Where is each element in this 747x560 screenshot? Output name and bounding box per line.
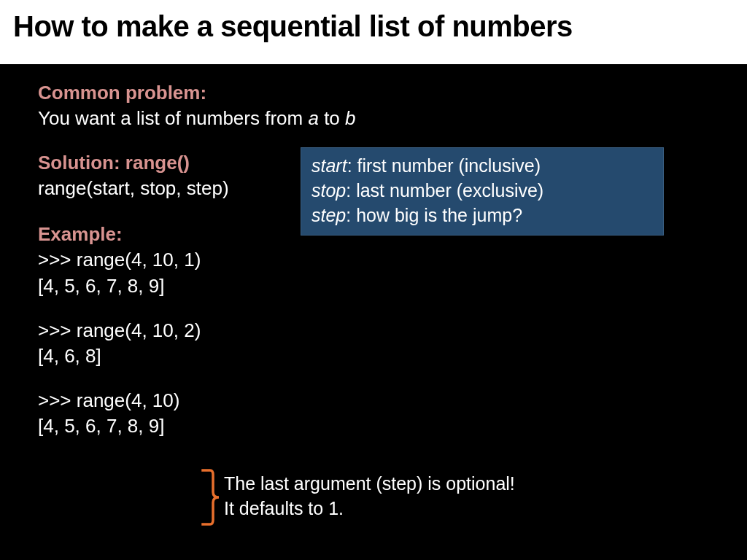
example-1-output: [4, 5, 6, 7, 8, 9]	[38, 273, 747, 299]
callout-step-desc: : how big is the jump?	[346, 205, 522, 225]
example-2-output: [4, 6, 8]	[38, 343, 747, 369]
example-block: Example: >>> range(4, 10, 1) [4, 5, 6, 7…	[38, 222, 747, 439]
params-callout: start: first number (inclusive) stop: la…	[301, 147, 664, 236]
example-1-call: >>> range(4, 10, 1)	[38, 247, 747, 273]
callout-stop-label: stop	[311, 180, 346, 201]
callout-start: start: first number (inclusive)	[311, 154, 653, 179]
problem-text-pre: You want a list of numbers from	[38, 107, 308, 129]
page-title: How to make a sequential list of numbers	[13, 10, 734, 43]
example-3-call: >>> range(4, 10)	[38, 388, 747, 413]
brace-icon	[198, 467, 220, 527]
callout-start-label: start	[311, 155, 347, 176]
problem-block: Common problem: You want a list of numbe…	[38, 80, 747, 131]
callout-step-label: step	[311, 205, 346, 225]
example-3-output: [4, 5, 6, 7, 8, 9]	[38, 413, 747, 439]
problem-var-b: b	[345, 107, 355, 129]
optional-note: The last argument (step) is optional! It…	[224, 472, 515, 521]
title-bar: How to make a sequential list of numbers	[0, 0, 747, 64]
slide-content: Common problem: You want a list of numbe…	[0, 64, 747, 560]
problem-text-mid: to	[319, 107, 345, 129]
callout-stop-desc: : last number (exclusive)	[346, 180, 543, 201]
note-line-1: The last argument (step) is optional!	[224, 472, 515, 497]
callout-step: step: how big is the jump?	[311, 203, 653, 228]
problem-var-a: a	[308, 107, 318, 129]
callout-stop: stop: last number (exclusive)	[311, 179, 653, 203]
example-2-call: >>> range(4, 10, 2)	[38, 318, 747, 343]
note-line-2: It defaults to 1.	[224, 497, 515, 521]
problem-heading: Common problem:	[38, 80, 747, 106]
problem-text: You want a list of numbers from a to b	[38, 106, 747, 131]
callout-start-desc: : first number (inclusive)	[347, 155, 541, 176]
